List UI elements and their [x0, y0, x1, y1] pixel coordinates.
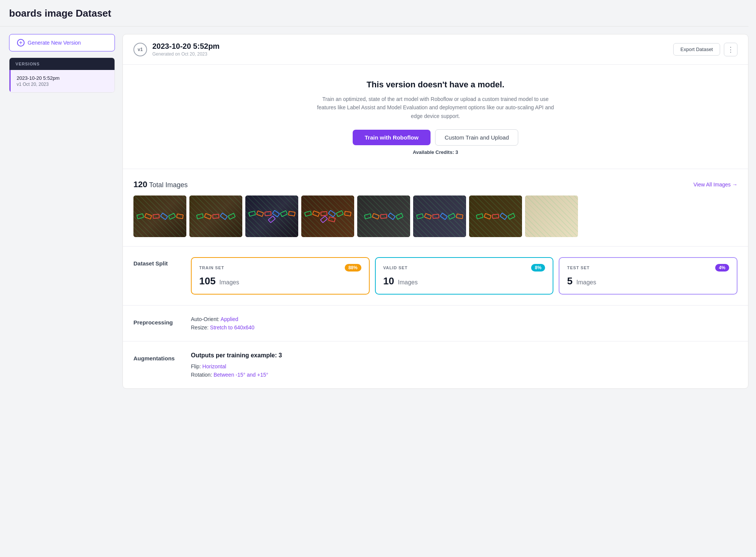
- valid-set-label: VALID SET: [383, 265, 408, 270]
- preprocessing-details: Auto-Orient: Applied Resize: Stretch to …: [191, 316, 254, 330]
- augmentations-details: Outputs per training example: 3 Flip: Ho…: [191, 352, 282, 378]
- train-set-card: TRAIN SET 88% 105 Images: [191, 257, 370, 295]
- test-set-label: TEST SET: [567, 265, 590, 270]
- valid-set-count: 10 Images: [383, 275, 545, 287]
- outputs-per-training: Outputs per training example: 3: [191, 352, 282, 359]
- available-credits: Available Credits: 3: [146, 149, 725, 155]
- augmentations-section: Augmentations Outputs per training examp…: [123, 341, 748, 388]
- test-set-card: TEST SET 4% 5 Images: [559, 257, 737, 295]
- image-thumbnail[interactable]: [525, 195, 578, 237]
- more-options-button[interactable]: ⋮: [724, 43, 737, 56]
- view-all-images-link[interactable]: View All Images →: [694, 182, 737, 188]
- images-header: 120 Total Images View All Images →: [133, 180, 737, 189]
- test-set-header: TEST SET 4%: [567, 264, 729, 272]
- augmentation-flip: Flip: Horizontal: [191, 363, 282, 369]
- sidebar: + Generate New Version VERSIONS 2023-10-…: [9, 34, 115, 389]
- images-section: 120 Total Images View All Images →: [123, 169, 748, 247]
- version-item-date: v1 Oct 20, 2023: [17, 82, 108, 87]
- generate-new-version-button[interactable]: + Generate New Version: [9, 34, 115, 51]
- page-title: boards image Dataset: [0, 8, 748, 26]
- image-thumbnail[interactable]: [245, 195, 298, 237]
- main-content: v1 2023-10-20 5:52pm Generated on Oct 20…: [122, 34, 748, 389]
- train-with-roboflow-button[interactable]: Train with Roboflow: [353, 130, 431, 145]
- preprocessing-resize: Resize: Stretch to 640x640: [191, 324, 254, 330]
- images-strip: [133, 195, 737, 237]
- image-thumbnail[interactable]: [469, 195, 522, 237]
- test-set-badge: 4%: [715, 264, 729, 272]
- valid-set-card: VALID SET 8% 10 Images: [375, 257, 554, 295]
- no-model-title: This version doesn't have a model.: [146, 80, 725, 90]
- versions-header: VERSIONS: [9, 58, 115, 70]
- dataset-split-label: Dataset Split: [133, 257, 179, 267]
- dataset-split-section: Dataset Split TRAIN SET 88% 105 Images: [123, 247, 748, 306]
- more-icon: ⋮: [727, 45, 734, 54]
- preprocessing-label: Preprocessing: [133, 316, 179, 326]
- version-header: v1 2023-10-20 5:52pm Generated on Oct 20…: [123, 34, 748, 65]
- valid-set-badge: 8%: [531, 264, 545, 272]
- train-set-label: TRAIN SET: [199, 265, 224, 270]
- train-buttons: Train with Roboflow Custom Train and Upl…: [146, 129, 725, 146]
- image-thumbnail[interactable]: [301, 195, 354, 237]
- version-header-right: Export Dataset ⋮: [673, 43, 737, 56]
- image-thumbnail[interactable]: [357, 195, 410, 237]
- custom-train-upload-button[interactable]: Custom Train and Upload: [435, 129, 518, 146]
- no-model-section: This version doesn't have a model. Train…: [123, 65, 748, 169]
- version-title-block: 2023-10-20 5:52pm Generated on Oct 20, 2…: [152, 42, 220, 57]
- augmentations-label: Augmentations: [133, 352, 179, 362]
- image-thumbnail[interactable]: [133, 195, 186, 237]
- image-thumbnail[interactable]: [189, 195, 242, 237]
- version-timestamp: 2023-10-20 5:52pm: [152, 42, 220, 51]
- version-item-name: 2023-10-20 5:52pm: [17, 75, 108, 81]
- preprocessing-auto-orient: Auto-Orient: Applied: [191, 316, 254, 322]
- preprocessing-section: Preprocessing Auto-Orient: Applied Resiz…: [123, 306, 748, 341]
- train-set-header: TRAIN SET 88%: [199, 264, 361, 272]
- split-cards: TRAIN SET 88% 105 Images VALID SET 8%: [191, 257, 737, 295]
- version-header-left: v1 2023-10-20 5:52pm Generated on Oct 20…: [133, 42, 220, 57]
- version-generated: Generated on Oct 20, 2023: [152, 51, 220, 57]
- plus-icon: +: [17, 39, 25, 47]
- version-item[interactable]: 2023-10-20 5:52pm v1 Oct 20, 2023: [9, 70, 115, 92]
- no-model-description: Train an optimized, state of the art mod…: [314, 95, 556, 120]
- augmentation-rotation: Rotation: Between -15° and +15°: [191, 372, 282, 378]
- valid-set-header: VALID SET 8%: [383, 264, 545, 272]
- train-set-badge: 88%: [345, 264, 361, 272]
- version-badge: v1: [133, 43, 147, 56]
- train-set-count: 105 Images: [199, 275, 361, 287]
- export-dataset-button[interactable]: Export Dataset: [673, 43, 720, 56]
- image-thumbnail[interactable]: [413, 195, 466, 237]
- versions-section: VERSIONS 2023-10-20 5:52pm v1 Oct 20, 20…: [9, 57, 115, 93]
- total-images-label: 120 Total Images: [133, 180, 187, 189]
- test-set-count: 5 Images: [567, 275, 729, 287]
